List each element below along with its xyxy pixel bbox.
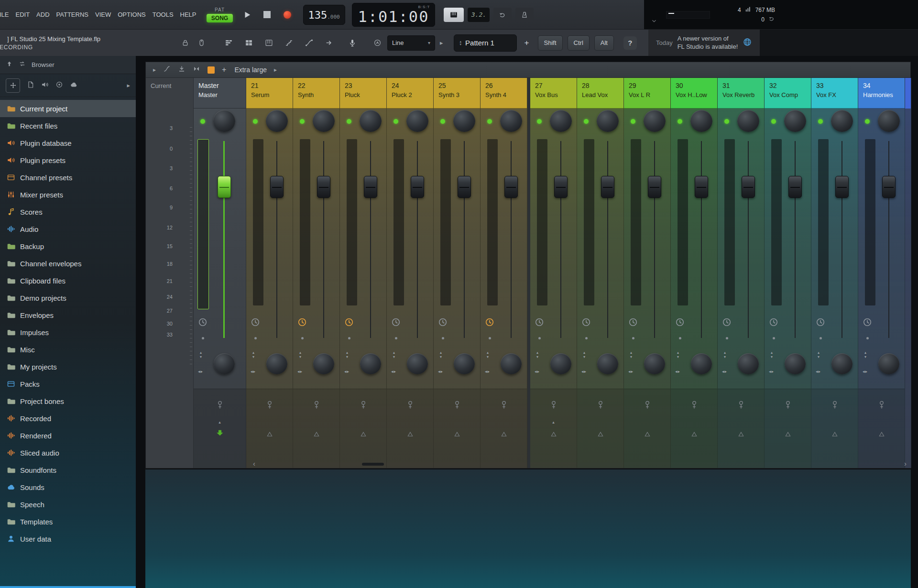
clock-icon[interactable] (675, 317, 685, 329)
track-enable-led[interactable] (200, 119, 205, 124)
route-triangle-icon[interactable] (406, 431, 414, 440)
plug-icon[interactable] (689, 400, 699, 412)
volume-fader[interactable] (270, 176, 284, 198)
pan-knob[interactable] (737, 110, 759, 132)
sidebar-item-my-projects[interactable]: My projects (0, 358, 136, 375)
stereo-arrows-icon[interactable]: ◂▸ (251, 369, 256, 374)
track-header[interactable]: 26Synth 4 (481, 78, 527, 109)
mixer-track-28[interactable]: 28Lead Vox▴▾◂▸ (577, 78, 624, 468)
pattern-spinner[interactable]: ▴▾ (460, 40, 462, 46)
track-enable-led[interactable] (678, 119, 682, 124)
scroll-handle[interactable] (362, 463, 384, 466)
sidebar-item-rendered[interactable]: Rendered (0, 427, 136, 444)
track-enable-led[interactable] (393, 119, 398, 124)
sidebar-item-project-bones[interactable]: Project bones (0, 392, 136, 410)
sidebar-item-plugin-presets[interactable]: Plugin presets (0, 152, 136, 169)
scroll-right-arrow[interactable]: › (904, 459, 907, 468)
menu-item-help[interactable]: HELP (177, 0, 200, 29)
song-button[interactable]: SONG (207, 14, 233, 22)
mouse-icon[interactable] (194, 36, 208, 50)
metronome-button[interactable] (515, 8, 534, 22)
mixer-track-32[interactable]: 32Vox Comp▴▾◂▸ (765, 78, 811, 468)
stereo-arrows-icon[interactable]: ◂▸ (628, 369, 634, 374)
plug-icon[interactable] (499, 400, 509, 412)
dock-icon[interactable] (178, 65, 186, 75)
alt-key-button[interactable]: Alt (594, 35, 614, 51)
track-header[interactable]: 25Synth 3 (434, 78, 480, 109)
stereo-separation-knob[interactable] (644, 353, 665, 374)
stereo-arrows-icon[interactable]: ◂▸ (438, 369, 443, 374)
volume-fader[interactable] (788, 176, 802, 198)
size-chevron-icon[interactable]: ▸ (274, 66, 277, 73)
stereo-arrows-icon[interactable]: ◂▸ (863, 369, 868, 374)
updown-arrows-icon[interactable]: ▴▾ (299, 350, 301, 359)
pan-knob[interactable] (784, 110, 806, 132)
track-header[interactable]: 29Vox L R (624, 78, 670, 109)
keyboard-octave-display[interactable]: 3.2. (468, 8, 490, 22)
volume-fader[interactable] (317, 176, 330, 198)
sidebar-item-current-project[interactable]: Current project (0, 100, 136, 117)
updown-arrows-icon[interactable]: ▴▾ (346, 350, 348, 359)
sidebar-item-sliced-audio[interactable]: Sliced audio (0, 444, 136, 461)
notification[interactable]: Today A newer version of FL Studio is av… (648, 30, 760, 56)
pan-knob[interactable] (500, 110, 522, 132)
collapse-up-icon[interactable] (6, 60, 13, 69)
stereo-arrows-icon[interactable]: ◂▸ (769, 369, 774, 374)
stereo-arrows-icon[interactable]: ◂▸ (675, 369, 680, 374)
plugin-speaker-icon[interactable] (41, 81, 49, 90)
updown-arrows-icon[interactable]: ▴▾ (818, 350, 820, 359)
plug-icon[interactable] (215, 400, 225, 412)
route-triangle-icon[interactable] (737, 431, 744, 440)
route-triangle-icon[interactable] (784, 431, 791, 440)
shift-key-button[interactable]: Shift (538, 35, 563, 51)
track-enable-led[interactable] (818, 119, 823, 124)
clock-icon[interactable] (198, 317, 208, 329)
stereo-separation-knob[interactable] (831, 353, 852, 374)
chevron-right-icon[interactable]: ▸ (127, 82, 130, 89)
pan-knob[interactable] (313, 110, 335, 132)
stereo-arrows-icon[interactable]: ◂▸ (297, 369, 303, 374)
route-triangle-icon[interactable] (360, 431, 367, 440)
stereo-arrows-icon[interactable]: ◂▸ (535, 369, 540, 374)
sidebar-item-recent-files[interactable]: Recent files (0, 117, 136, 134)
volume-fader[interactable] (364, 176, 377, 198)
routing-curve-icon[interactable] (163, 65, 171, 75)
sidebar-item-soundfonts[interactable]: Soundfonts (0, 461, 136, 479)
pan-knob[interactable] (878, 110, 900, 132)
route-triangle-icon[interactable] (313, 431, 320, 440)
track-header[interactable]: 33Vox FX (811, 78, 858, 109)
clock-icon[interactable] (438, 317, 448, 329)
route-triangle-icon[interactable] (266, 431, 273, 440)
stereo-separation-knob[interactable] (360, 353, 381, 374)
track-header[interactable]: 22Synth (293, 78, 339, 109)
clock-icon[interactable] (251, 317, 260, 329)
stereo-arrows-icon[interactable]: ◂▸ (344, 369, 350, 374)
mixer-track-23[interactable]: 23Pluck▴▾◂▸ (340, 78, 387, 468)
plug-icon[interactable] (312, 400, 321, 412)
track-header[interactable]: 21Serum (246, 78, 293, 109)
sidebar-item-sounds[interactable]: Sounds (0, 479, 136, 496)
mixer-track-24[interactable]: 24Pluck 2▴▾◂▸ (387, 78, 434, 468)
sidebar-item-recorded[interactable]: Recorded (0, 410, 136, 427)
sidebar-item-channel-envelopes[interactable]: Channel envelopes (0, 255, 136, 272)
pan-knob[interactable] (453, 110, 475, 132)
automation-button[interactable] (301, 35, 317, 51)
channel-rack-button[interactable] (241, 35, 256, 51)
target-icon[interactable] (55, 81, 63, 90)
tempo-display[interactable]: 135.000 (303, 5, 345, 25)
globe-icon[interactable] (743, 37, 752, 49)
route-triangle-icon[interactable] (878, 431, 885, 440)
track-enable-led[interactable] (631, 119, 635, 124)
updown-arrows-icon[interactable]: ▴▾ (440, 350, 442, 359)
menu-item-tools[interactable]: TOOLS (149, 0, 177, 29)
stereo-separation-knob[interactable] (266, 353, 287, 374)
volume-fader[interactable] (218, 176, 231, 198)
sidebar-item-mixer-presets[interactable]: Mixer presets (0, 186, 136, 203)
pan-knob[interactable] (266, 110, 288, 132)
stereo-separation-knob[interactable] (454, 353, 475, 374)
volume-fader[interactable] (882, 176, 896, 198)
stereo-arrows-icon[interactable]: ◂▸ (581, 369, 587, 374)
mixer-track-31[interactable]: 31Vox Reverb▴▾◂▸ (718, 78, 765, 468)
bowtie-icon[interactable] (193, 65, 200, 75)
chevron-down-icon[interactable] (651, 18, 657, 26)
